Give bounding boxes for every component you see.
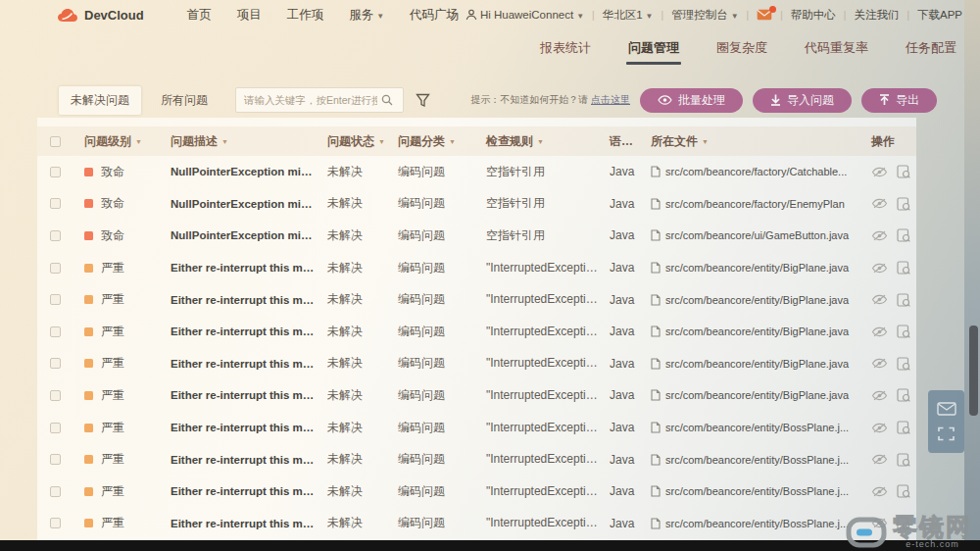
row-checkbox[interactable] [50, 390, 61, 401]
tab-code-duplication[interactable]: 代码重复率 [803, 33, 870, 63]
issue-description[interactable]: NullPointerException migh... [159, 198, 316, 210]
filter-funnel-icon[interactable] [416, 93, 430, 108]
row-checkbox[interactable] [50, 454, 61, 465]
column-header-rule[interactable]: 检查规则▼ [474, 133, 598, 150]
issue-description[interactable]: NullPointerException migh... [159, 229, 316, 241]
nav-item-code-square[interactable]: 代码广场 [410, 7, 459, 24]
view-source-file-search-icon[interactable] [897, 357, 910, 371]
row-checkbox[interactable] [50, 167, 61, 177]
console-menu[interactable]: 管理控制台▼ [671, 8, 738, 23]
nav-item-workitem[interactable]: 工作项 [287, 7, 324, 24]
search-input[interactable] [236, 94, 381, 106]
tab-task-settings[interactable]: 任务配置 [904, 33, 958, 63]
ignore-issue-eye-off-icon[interactable] [871, 423, 888, 433]
ignore-issue-eye-off-icon[interactable] [871, 358, 888, 369]
filter-all-issues[interactable]: 所有问题 [149, 86, 220, 115]
file-path-link[interactable]: src/com/beancore/entity/BigPlane.java [639, 326, 859, 337]
issue-description[interactable]: NullPointerException migh... [159, 166, 316, 177]
severity-label: 严重 [101, 355, 124, 372]
view-source-file-search-icon[interactable] [897, 197, 910, 211]
file-path-link[interactable]: src/com/beancore/factory/EnemyPlan [639, 198, 859, 210]
issue-description[interactable]: Either re-interrupt this met... [159, 294, 316, 306]
file-path-link[interactable]: src/com/beancore/entity/BossPlane.j... [639, 485, 859, 497]
region-selector[interactable]: 华北区1▼ [603, 8, 654, 23]
column-header-status[interactable]: 问题状态▼ [316, 133, 386, 150]
view-source-file-search-icon[interactable] [897, 228, 910, 242]
ignore-issue-eye-off-icon[interactable] [871, 486, 888, 497]
file-path-link[interactable]: src/com/beancore/ui/GameButton.java [639, 229, 859, 241]
column-header-language[interactable]: 语言▼ [598, 133, 639, 150]
issue-description[interactable]: Either re-interrupt this met... [159, 454, 316, 466]
column-header-description[interactable]: 问题描述▼ [159, 133, 316, 150]
nav-item-project[interactable]: 项目 [237, 7, 262, 24]
view-source-file-search-icon[interactable] [897, 421, 910, 434]
issue-description[interactable]: Either re-interrupt this met... [159, 485, 316, 497]
search-icon[interactable] [381, 94, 393, 106]
download-app-link[interactable]: 下载APP [917, 8, 962, 23]
ignore-issue-eye-off-icon[interactable] [871, 198, 888, 209]
row-checkbox[interactable] [50, 518, 61, 528]
file-path-link[interactable]: src/com/beancore/entity/BigPlane.java [639, 389, 859, 401]
ignore-issue-eye-off-icon[interactable] [871, 167, 888, 177]
help-center-link[interactable]: 帮助中心 [791, 8, 836, 23]
row-checkbox[interactable] [50, 423, 61, 433]
column-header-severity[interactable]: 问题级别▼ [73, 133, 159, 150]
row-checkbox[interactable] [50, 358, 61, 369]
table-row: 严重 Either re-interrupt this met... 未解决 编… [37, 508, 916, 540]
issue-description[interactable]: Either re-interrupt this met... [159, 422, 316, 433]
select-all-checkbox[interactable] [50, 136, 61, 147]
row-checkbox[interactable] [50, 294, 61, 305]
tab-report-statistics[interactable]: 报表统计 [538, 33, 593, 63]
ignore-issue-eye-off-icon[interactable] [871, 326, 888, 337]
column-header-file[interactable]: 所在文件▼ [639, 133, 859, 150]
issue-description[interactable]: Either re-interrupt this met... [159, 326, 316, 337]
file-path-link[interactable]: src/com/beancore/entity/BigPlane.java [639, 294, 859, 306]
follow-us-link[interactable]: 关注我们 [854, 8, 899, 23]
row-checkbox[interactable] [50, 326, 61, 337]
column-header-category[interactable]: 问题分类▼ [386, 133, 474, 150]
file-path-link[interactable]: src/com/beancore/entity/BossPlane.j... [639, 518, 859, 529]
filter-unsolved-issues[interactable]: 未解决问题 [59, 86, 141, 115]
ignore-issue-eye-off-icon[interactable] [871, 294, 888, 305]
row-checkbox[interactable] [50, 198, 61, 209]
row-checkbox[interactable] [50, 263, 61, 274]
user-menu[interactable]: Hi HuaweiConnect▼ [466, 9, 584, 21]
file-path-link[interactable]: src/com/beancore/entity/BigPlane.java [639, 262, 859, 274]
issue-description[interactable]: Either re-interrupt this met... [159, 358, 316, 370]
issue-description[interactable]: Either re-interrupt this met... [159, 262, 316, 274]
scrollbar-thumb[interactable] [969, 326, 978, 416]
export-button[interactable]: 导出 [861, 88, 937, 113]
import-issues-button[interactable]: 导入问题 [753, 88, 852, 113]
file-path-link[interactable]: src/com/beancore/factory/Catchable... [639, 166, 859, 177]
issue-description[interactable]: Either re-interrupt this met... [159, 389, 316, 401]
view-source-file-search-icon[interactable] [897, 453, 910, 467]
view-source-file-search-icon[interactable] [897, 388, 910, 402]
view-source-file-search-icon[interactable] [897, 165, 910, 178]
ignore-issue-eye-off-icon[interactable] [871, 454, 888, 465]
tab-issue-management[interactable]: 问题管理 [626, 33, 681, 63]
click-here-link[interactable]: 点击这里 [591, 94, 630, 105]
view-source-file-search-icon[interactable] [897, 293, 910, 307]
messages-button[interactable] [757, 9, 772, 21]
file-path-link[interactable]: src/com/beancore/entity/BossPlane.j... [639, 422, 859, 433]
file-path-link[interactable]: src/com/beancore/entity/BigPlane.java [639, 358, 859, 370]
nav-item-services[interactable]: 服务▼ [349, 7, 384, 24]
issue-description[interactable]: Either re-interrupt this met... [159, 518, 316, 529]
ignore-issue-eye-off-icon[interactable] [871, 230, 888, 241]
ignore-issue-eye-off-icon[interactable] [871, 390, 888, 401]
ignore-issue-eye-off-icon[interactable] [871, 263, 888, 274]
file-path-link[interactable]: src/com/beancore/entity/BossPlane.j... [639, 454, 859, 466]
batch-process-button[interactable]: 批量处理 [640, 88, 743, 113]
severity-dot [84, 168, 93, 176]
view-source-file-search-icon[interactable] [897, 484, 910, 498]
issue-category: 编码问题 [386, 260, 474, 276]
row-checkbox[interactable] [50, 486, 61, 497]
tab-cyclomatic-complexity[interactable]: 圈复杂度 [714, 33, 769, 63]
nav-item-home[interactable]: 首页 [187, 7, 212, 24]
devcloud-logo[interactable]: DevCloud [57, 8, 144, 23]
view-source-file-search-icon[interactable] [897, 261, 910, 275]
row-checkbox[interactable] [50, 230, 61, 241]
view-source-file-search-icon[interactable] [897, 325, 910, 338]
feedback-envelope-icon[interactable] [937, 402, 956, 416]
fullscreen-icon[interactable] [938, 426, 955, 441]
